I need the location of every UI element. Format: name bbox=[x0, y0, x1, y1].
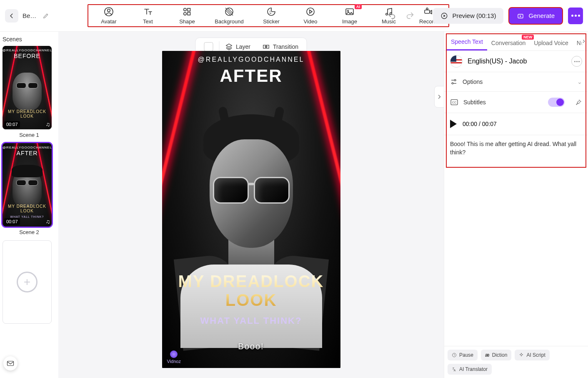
voice-name: English(US) - Jacob bbox=[468, 58, 527, 65]
back-button[interactable] bbox=[5, 9, 18, 23]
generate-button[interactable]: Generate bbox=[508, 7, 563, 25]
preview-button[interactable]: Preview (00:13) bbox=[433, 8, 503, 24]
background-icon bbox=[224, 7, 234, 17]
stage-title-text[interactable]: MY DREADLOCK LOOK bbox=[162, 272, 340, 310]
tool-video[interactable]: Video bbox=[296, 7, 325, 25]
canvas-stage[interactable]: @REALLYGOODCHANNEL AFTER MY DREADLOCK LO… bbox=[162, 51, 340, 368]
image-icon bbox=[345, 7, 355, 17]
music-note-icon: ♫ bbox=[46, 218, 50, 225]
diction-icon: æ bbox=[485, 352, 490, 358]
stage-caption-text[interactable]: Booo! bbox=[162, 342, 340, 351]
options-row[interactable]: Options ⌄ bbox=[444, 72, 588, 92]
text-icon bbox=[143, 7, 153, 17]
scene-time: 00:07 bbox=[4, 121, 20, 128]
pin-button[interactable] bbox=[575, 98, 582, 106]
scene-thumb-2[interactable]: @REALLYGOODCHANNEL AFTER MY DREADLOCK LO… bbox=[3, 143, 52, 227]
more-button[interactable] bbox=[568, 8, 583, 24]
svg-point-20 bbox=[452, 83, 453, 84]
pause-tool[interactable]: Pause bbox=[448, 350, 478, 360]
avatar-icon bbox=[104, 7, 114, 17]
sticker-icon bbox=[266, 7, 276, 17]
voice-more-button[interactable] bbox=[571, 56, 582, 67]
tool-avatar[interactable]: Avatar bbox=[94, 7, 123, 25]
scene-label: Scene 2 bbox=[3, 229, 56, 235]
tabs-scroll-right[interactable] bbox=[580, 32, 588, 50]
feedback-button[interactable] bbox=[3, 356, 18, 370]
ai-script-tool[interactable]: AI Script bbox=[515, 350, 549, 360]
playback-row: 00:00 / 00:07 bbox=[444, 113, 588, 135]
ai-badge: AI bbox=[355, 4, 362, 9]
play-circle-icon bbox=[440, 12, 448, 20]
subtitles-row: CC Subtitles bbox=[444, 92, 588, 113]
stage-after-text[interactable]: AFTER bbox=[162, 66, 340, 86]
generate-icon bbox=[517, 12, 524, 20]
tab-speech-text[interactable]: Speech Text bbox=[447, 34, 487, 50]
project-name: Before & After bbox=[23, 12, 37, 19]
us-flag-icon bbox=[450, 55, 463, 68]
collapse-panel-button[interactable] bbox=[434, 86, 444, 108]
tool-sticker[interactable]: Sticker bbox=[257, 7, 286, 25]
undo-button[interactable] bbox=[386, 10, 397, 21]
script-textarea[interactable]: Booo! This is me after getting AI dread.… bbox=[444, 135, 588, 346]
svg-rect-17 bbox=[263, 45, 265, 48]
svg-point-2 bbox=[184, 8, 186, 11]
ai-translator-tool[interactable]: AI Translator bbox=[448, 364, 492, 375]
diction-tool[interactable]: æ Diction bbox=[481, 350, 511, 360]
svg-point-19 bbox=[454, 79, 456, 81]
stage-subtitle-text[interactable]: WHAT YALL THINK? bbox=[162, 315, 340, 326]
tool-shape[interactable]: Shape bbox=[173, 7, 202, 25]
music-note-icon: ♫ bbox=[46, 121, 50, 128]
play-button[interactable] bbox=[450, 120, 457, 128]
add-scene-button[interactable]: + bbox=[3, 240, 52, 324]
svg-rect-5 bbox=[188, 13, 190, 15]
scene-thumb-1[interactable]: @REALLYGOODCHANNEL BEFORE MY DREADLOCK L… bbox=[3, 46, 52, 129]
svg-rect-18 bbox=[266, 45, 269, 48]
edit-name-button[interactable] bbox=[41, 11, 51, 21]
svg-text:CC: CC bbox=[452, 101, 456, 104]
tool-text[interactable]: Text bbox=[133, 7, 163, 25]
translate-icon bbox=[452, 367, 457, 372]
chevron-down-icon: ⌄ bbox=[577, 78, 582, 85]
watermark-logo: Vidnoz bbox=[167, 350, 181, 364]
scene-label: Scene 1 bbox=[3, 132, 56, 138]
transition-icon bbox=[262, 43, 270, 50]
layers-icon bbox=[225, 43, 233, 50]
shape-icon bbox=[182, 7, 192, 17]
playback-time: 00:00 / 00:07 bbox=[463, 121, 497, 127]
sliders-icon bbox=[450, 78, 458, 86]
subtitles-toggle[interactable] bbox=[548, 98, 565, 107]
tool-image[interactable]: AI Image bbox=[335, 7, 364, 25]
scenes-heading: Scenes bbox=[3, 36, 56, 43]
tool-background[interactable]: Background bbox=[212, 7, 247, 25]
svg-rect-3 bbox=[188, 8, 190, 11]
svg-rect-24 bbox=[8, 361, 14, 366]
svg-point-4 bbox=[184, 13, 186, 15]
plus-icon: + bbox=[17, 272, 38, 292]
voice-selector[interactable]: English(US) - Jacob bbox=[444, 51, 588, 72]
stage-handle-text[interactable]: @REALLYGOODCHANNEL bbox=[162, 56, 340, 63]
svg-point-1 bbox=[108, 9, 110, 12]
cc-icon: CC bbox=[450, 99, 458, 106]
clock-icon bbox=[452, 353, 457, 358]
tab-conversation[interactable]: Conversation NEW bbox=[487, 35, 530, 50]
scene-time: 00:07 bbox=[4, 218, 20, 225]
speech-tabs: Speech Text Conversation NEW Upload Voic… bbox=[444, 32, 588, 51]
svg-point-7 bbox=[270, 11, 270, 12]
sparkle-icon bbox=[519, 353, 524, 358]
svg-point-8 bbox=[307, 8, 314, 15]
envelope-icon bbox=[7, 360, 14, 366]
svg-point-10 bbox=[347, 10, 348, 11]
redo-button[interactable] bbox=[405, 10, 415, 21]
video-icon bbox=[305, 7, 315, 17]
tab-upload-voice[interactable]: Upload Voice bbox=[530, 35, 573, 50]
